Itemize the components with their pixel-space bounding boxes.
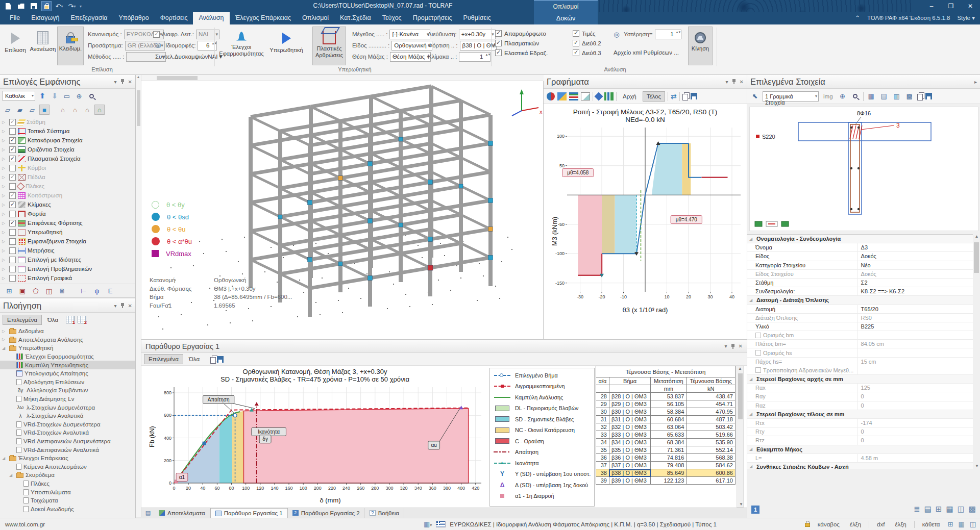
- checkbox[interactable]: [9, 137, 16, 144]
- checkbox[interactable]: [9, 119, 16, 125]
- save-icon[interactable]: [691, 93, 697, 99]
- prop-row[interactable]: L=4.58 m: [747, 454, 973, 463]
- table-row[interactable]: 31β31 | Ο | ΘΜ360.684487.18: [596, 416, 736, 423]
- swap-chart-icon[interactable]: ⇄: [671, 92, 677, 100]
- new-file-icon[interactable]: [3, 1, 13, 11]
- combo-diafragma[interactable]: ΝΑΙ: [196, 30, 219, 39]
- display-item[interactable]: ▷Πέδιλα: [0, 172, 135, 182]
- chevron-down-icon[interactable]: ▾: [725, 343, 727, 349]
- chart-icon[interactable]: [581, 92, 590, 100]
- check-Τιμές[interactable]: Τιμές: [573, 29, 601, 38]
- copy-icon[interactable]: [682, 94, 688, 100]
- nav-item[interactable]: Καμπύλη Υπερωθητικής: [0, 361, 135, 369]
- select-rect2-icon[interactable]: ▣: [17, 286, 28, 296]
- pin-icon[interactable]: [120, 79, 125, 84]
- scope-combo[interactable]: Καθολικ: [3, 91, 35, 101]
- display-item[interactable]: ▷Επιλογή Προβληματικών: [0, 264, 135, 273]
- table-row[interactable]: 34β34 | Ο | ΘΜ368.384535.90: [596, 439, 736, 446]
- display-item[interactable]: ▷Επιλογή Γραφικά: [0, 273, 135, 283]
- prop-row[interactable]: Rτy0: [747, 427, 973, 436]
- contextual-tab-dokon[interactable]: Δοκών: [534, 12, 598, 24]
- menu-tab-Επεξεργασία[interactable]: Επεξεργασία: [65, 12, 113, 24]
- display-item[interactable]: ▷Επιφάνειες Φόρτισης: [0, 218, 135, 228]
- prop-row[interactable]: Rαx125: [747, 384, 973, 392]
- nav-item[interactable]: ◢Υπερωθητική: [0, 344, 135, 352]
- doc-tab-1[interactable]: Αποτελέσματα: [154, 508, 210, 518]
- select-plus-icon[interactable]: ⊞: [4, 286, 14, 296]
- xml-settings-button[interactable]: Αρχείο xml Ρυθμίσεων ...: [611, 48, 681, 57]
- combo-Διεύθυνση:[interactable]: +x+0.30y: [459, 30, 496, 39]
- status-cols-icon[interactable]: ◫: [970, 520, 976, 528]
- menu-tab-Κατ.Σχέδια[interactable]: Κατ.Σχέδια: [334, 12, 377, 24]
- arrow-down-icon[interactable]: ⬇: [50, 91, 60, 101]
- status-grid-icon[interactable]: ⊞: [948, 520, 953, 528]
- expand-icon[interactable]: ▸: [974, 79, 977, 85]
- nav-item[interactable]: ▷Δεδομένα: [0, 327, 135, 336]
- checkbox[interactable]: [9, 183, 16, 190]
- menu-tab-Έλεγχος Επάρκειας[interactable]: Έλεγχος Επάρκειας: [230, 12, 297, 24]
- checkbox[interactable]: [755, 367, 761, 373]
- prop-row[interactable]: Πλάτος bm=84.05 cm: [747, 340, 973, 348]
- table-row[interactable]: 38β38 | Ο | ΘΜ385.649600.86: [596, 469, 736, 477]
- close-icon[interactable]: ✕: [128, 79, 132, 85]
- vertical-scrollbar[interactable]: ▲: [136, 75, 141, 517]
- nav-item[interactable]: Μήκη Διάτμησης Lv: [0, 395, 135, 403]
- prop-row[interactable]: Διάταξη ΌπλισηςRS0: [747, 314, 973, 322]
- checkbox[interactable]: [9, 238, 16, 245]
- minimize-button[interactable]: –: [922, 0, 941, 12]
- display-item[interactable]: ▷Κοιτόστρωση: [0, 191, 135, 200]
- frame-view-icon[interactable]: ⌂: [58, 105, 68, 115]
- prop-row[interactable]: ΕίδοςΔοκός: [747, 252, 973, 261]
- window1-icon[interactable]: [66, 316, 75, 323]
- nav-item[interactable]: VRd-Στοιχείων Αναλυτικά: [0, 428, 135, 437]
- combo-Μέγεθος ..... :[interactable]: [-]-Κανένα: [389, 30, 430, 39]
- properties-doc-icon[interactable]: 🗎: [57, 286, 67, 296]
- nav-item[interactable]: Υποστυλώματα: [0, 488, 135, 496]
- combo-Είδος ........... :[interactable]: Ορθογωνική: [391, 41, 432, 51]
- menu-tab-Οπλισμοί[interactable]: Οπλισμοί: [297, 12, 334, 24]
- checkbox[interactable]: [755, 333, 761, 338]
- display-item[interactable]: ▷Στάθμη: [0, 117, 135, 127]
- solid-cube-icon[interactable]: ▰: [15, 105, 25, 115]
- checkbox[interactable]: [9, 201, 16, 208]
- menu-tab-Εισαγωγή[interactable]: Εισαγωγή: [26, 12, 65, 24]
- table-scrollbar[interactable]: ▲▼: [737, 366, 744, 508]
- diamond-icon[interactable]: [595, 92, 603, 100]
- window2-icon[interactable]: [78, 316, 86, 323]
- toggle-grid[interactable]: κάναβος: [815, 520, 842, 528]
- menu-tab-Ρυθμίσεις[interactable]: Ρυθμίσεις: [458, 12, 497, 24]
- nav-tab-all[interactable]: Όλα: [43, 315, 63, 325]
- prop-section[interactable]: ◢Συνθήκες Στήριξης Κόμβων - Αρχή: [747, 463, 973, 469]
- nav-item[interactable]: λλ-Στοιχείων Αναλυτικά: [0, 412, 135, 420]
- display-item[interactable]: ▷Κατακόρυφα Στοιχεία: [0, 136, 135, 145]
- combo-Θέση Μάζας :[interactable]: Θέση Μάζας: [390, 52, 431, 62]
- save-icon[interactable]: [29, 1, 39, 11]
- prop-section[interactable]: ◢Στερεοί Βραχίονες αρχής σε mm: [747, 375, 973, 384]
- nav-item[interactable]: λωλ-Στοιχείων Δυσμενέστερα: [0, 403, 135, 412]
- pin-icon[interactable]: [732, 79, 736, 84]
- display-item[interactable]: ▷Επιλογή με Ιδιότητες: [0, 255, 135, 264]
- prop-row[interactable]: ΔιατομήΤ65/20: [747, 305, 973, 314]
- chevron-down-icon[interactable]: ▾: [114, 79, 117, 85]
- lock-results-button[interactable]: Κλειδωμ.: [57, 27, 84, 65]
- bars-icon[interactable]: [604, 92, 614, 100]
- base-shear-table[interactable]: Τέμνουσα Βάσης - Μετατόπισηα/αΒήμαΜετατό…: [596, 366, 737, 508]
- checkbox[interactable]: [9, 257, 16, 263]
- prop-section[interactable]: ◢Εύκαμπτο Μήκος: [747, 445, 973, 454]
- table-icon[interactable]: ▦: [946, 504, 953, 514]
- stiffness-factors-button[interactable]: Συντελ.ΔυσκαμψιώνΝΑΙ ▾: [153, 52, 224, 61]
- hatch-icon[interactable]: ▩: [969, 504, 976, 514]
- table-row[interactable]: 32β32 | Ο | ΘΜ363.064503.42: [596, 423, 736, 431]
- display-item[interactable]: ▷Πλάκες: [0, 182, 135, 191]
- nav-item[interactable]: ◢Σκυρόδεμα: [0, 471, 135, 479]
- horizontal-scrollbar[interactable]: [141, 75, 544, 81]
- display-item[interactable]: ▷Κόμβοι: [0, 163, 135, 172]
- green-house-icon[interactable]: ⌂: [94, 105, 105, 115]
- beam-section-viewer[interactable]: 8Φ163S220: [749, 107, 978, 231]
- measure-icon[interactable]: ⊢: [79, 286, 89, 296]
- table-view-icon[interactable]: ▦: [866, 91, 876, 102]
- frame-view2-icon[interactable]: ⌂: [70, 105, 80, 115]
- nav-tab-selected[interactable]: Επιλεγμένα: [3, 315, 42, 325]
- close-button[interactable]: ✕: [961, 0, 980, 12]
- nav-item[interactable]: Αξιολόγηση Επιλύσεων: [0, 378, 135, 387]
